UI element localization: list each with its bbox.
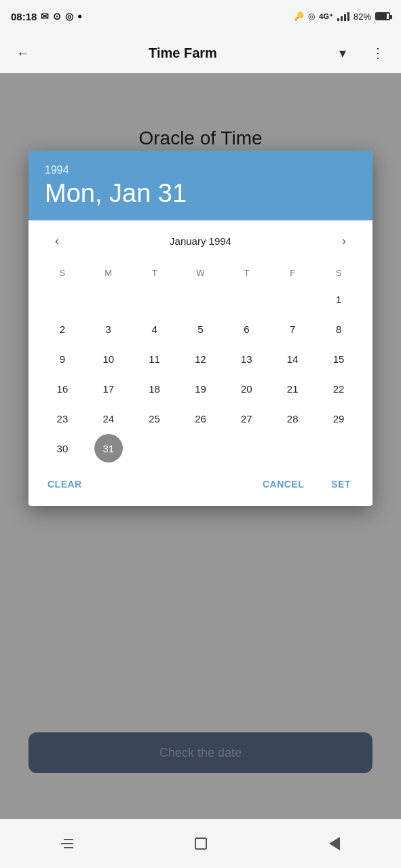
dow-fri: F — [269, 264, 316, 282]
calendar-day[interactable]: 29 — [324, 404, 353, 433]
calendar-day[interactable]: 16 — [48, 374, 77, 403]
calendar-day[interactable]: 1 — [324, 285, 353, 313]
calendar-day — [232, 434, 261, 462]
instagram-icon: ⊙ — [53, 11, 61, 22]
home-icon — [195, 837, 207, 850]
camera-icon: ◎ — [65, 11, 73, 22]
calendar-day[interactable]: 11 — [140, 344, 169, 373]
calendar-day[interactable]: 26 — [186, 404, 214, 433]
calendar-day[interactable]: 17 — [94, 374, 123, 403]
nav-recents-button[interactable] — [50, 827, 84, 861]
datepicker-header: 1994 Mon, Jan 31 — [28, 151, 373, 220]
dow-tue: T — [132, 264, 178, 282]
calendar-day[interactable]: 18 — [140, 374, 169, 403]
dropdown-button[interactable]: ▾ — [330, 41, 355, 65]
calendar-day[interactable]: 31 — [94, 434, 123, 462]
calendar-day — [48, 285, 77, 313]
calendar-day[interactable]: 8 — [324, 315, 353, 343]
calendar-day[interactable]: 7 — [278, 315, 307, 343]
calendar-grid: 1234567891011121314151617181920212223242… — [39, 285, 362, 462]
back-icon — [329, 837, 340, 850]
calendar-day[interactable]: 12 — [186, 344, 214, 373]
datepicker-selected-date: Mon, Jan 31 — [45, 179, 356, 208]
calendar-day[interactable]: 15 — [324, 344, 353, 373]
calendar-day — [140, 285, 169, 313]
dow-thu: T — [223, 264, 269, 282]
calendar-day[interactable]: 20 — [232, 374, 261, 403]
calendar-day — [94, 285, 123, 313]
dow-wed: W — [178, 264, 224, 282]
calendar-day[interactable]: 23 — [48, 404, 77, 433]
calendar-day — [186, 285, 214, 313]
calendar-day[interactable]: 19 — [186, 374, 214, 403]
calendar-day — [278, 285, 307, 313]
battery-percent: 82% — [354, 12, 371, 22]
signal-bars-icon — [337, 12, 349, 21]
calendar-day[interactable]: 6 — [232, 315, 261, 343]
calendar-day[interactable]: 4 — [140, 315, 169, 343]
back-button[interactable]: ← — [11, 41, 35, 65]
msg-icon: ✉ — [41, 11, 49, 22]
calendar-day[interactable]: 27 — [232, 404, 261, 433]
next-month-button[interactable]: › — [332, 229, 356, 253]
calendar-day[interactable]: 3 — [94, 315, 123, 343]
status-time: 08:18 ✉ ⊙ ◎ • — [11, 10, 82, 22]
dow-sun: S — [39, 264, 85, 282]
calendar-day — [324, 434, 353, 462]
month-navigation: ‹ January 1994 › — [39, 229, 362, 253]
status-bar: 08:18 ✉ ⊙ ◎ • 🔑 ◎ 4G⁺ 82% — [0, 0, 401, 33]
location-icon: ◎ — [308, 12, 315, 21]
battery-fill — [377, 14, 387, 19]
day-of-week-row: S M T W T F S — [39, 264, 362, 282]
calendar-day[interactable]: 9 — [48, 344, 77, 373]
status-right: 🔑 ◎ 4G⁺ 82% — [294, 12, 390, 22]
app-bar: ← Time Farm ▾ ⋮ — [0, 33, 401, 73]
recents-icon — [61, 839, 73, 848]
datepicker-right-actions: CANCEL SET — [252, 473, 362, 495]
calendar-day — [278, 434, 307, 462]
cancel-button[interactable]: CANCEL — [252, 473, 315, 495]
key-icon: 🔑 — [294, 12, 304, 21]
calendar-day[interactable]: 24 — [94, 404, 123, 433]
calendar-day — [232, 285, 261, 313]
clear-button[interactable]: CLEAR — [39, 473, 90, 495]
calendar-day[interactable]: 30 — [48, 434, 77, 462]
calendar-day[interactable]: 25 — [140, 404, 169, 433]
dow-mon: M — [85, 264, 132, 282]
battery-icon — [375, 12, 390, 20]
calendar-day[interactable]: 5 — [186, 315, 214, 343]
month-year-label: January 1994 — [170, 235, 231, 247]
calendar-day[interactable]: 21 — [278, 374, 307, 403]
dow-sat: S — [316, 264, 362, 282]
calendar-day[interactable]: 2 — [48, 315, 77, 343]
dot-indicator: • — [77, 10, 81, 22]
app-title: Time Farm — [46, 45, 320, 61]
more-menu-button[interactable]: ⋮ — [366, 41, 390, 65]
calendar-day — [140, 434, 169, 462]
datepicker-body: ‹ January 1994 › S M T W T F S 123456789… — [28, 220, 373, 468]
signal-4g-icon: 4G⁺ — [319, 12, 333, 21]
prev-month-button[interactable]: ‹ — [45, 229, 69, 253]
datepicker-dialog: 1994 Mon, Jan 31 ‹ January 1994 › S M T … — [28, 151, 373, 506]
set-button[interactable]: SET — [320, 473, 362, 495]
datepicker-actions: CLEAR CANCEL SET — [28, 468, 373, 506]
bottom-nav-bar — [0, 819, 401, 868]
calendar-day[interactable]: 28 — [278, 404, 307, 433]
calendar-day[interactable]: 10 — [94, 344, 123, 373]
time-display: 08:18 — [11, 11, 37, 22]
calendar-day[interactable]: 13 — [232, 344, 261, 373]
calendar-day[interactable]: 14 — [278, 344, 307, 373]
calendar-day — [186, 434, 214, 462]
datepicker-year: 1994 — [45, 164, 356, 176]
nav-home-button[interactable] — [184, 827, 218, 861]
nav-back-button[interactable] — [318, 827, 351, 861]
calendar-day[interactable]: 22 — [324, 374, 353, 403]
